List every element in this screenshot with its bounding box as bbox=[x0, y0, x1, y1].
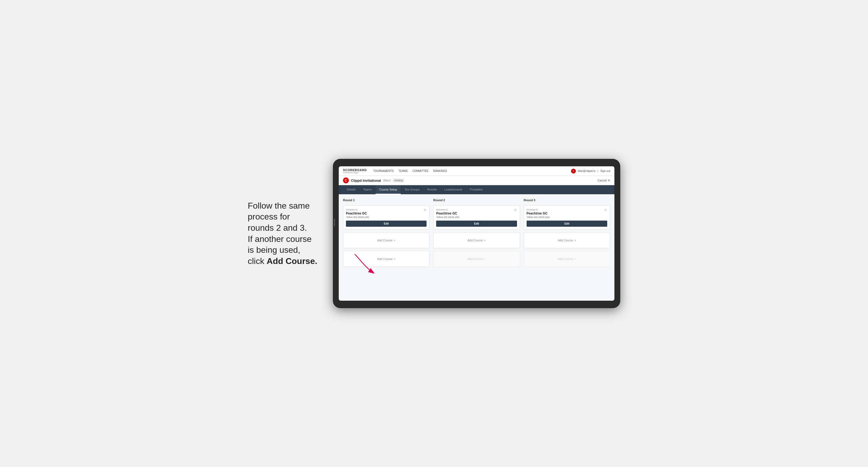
round-1-course-name: Peachtree GC bbox=[346, 212, 427, 215]
main-content: Round 1 (Course A) Peachtree GC Yellow (… bbox=[339, 194, 614, 301]
top-nav: SCOREBOARD Powered by clippd TOURNAMENTS… bbox=[339, 166, 614, 176]
round-1-add-course-1[interactable]: Add Course + bbox=[343, 232, 430, 248]
round-3-course-details: Yellow (M) (6629 yds) bbox=[527, 216, 607, 218]
round-2-add-course-label: Add Course bbox=[468, 239, 483, 242]
round-2-add-course-label-2: Add Course bbox=[468, 257, 483, 260]
add-course-plus-icon-2: + bbox=[394, 257, 395, 260]
page-wrapper: Follow the same process for rounds 2 and… bbox=[248, 159, 620, 308]
round-3-add-plus-icon: + bbox=[574, 239, 576, 242]
user-avatar: B bbox=[571, 169, 576, 174]
round-2-title: Round 2 bbox=[433, 198, 520, 202]
nav-rankings[interactable]: RANKINGS bbox=[433, 169, 447, 173]
round-2-course-card: (Course A) Peachtree GC Yellow (M) (6629… bbox=[433, 206, 520, 230]
round-3-add-course-label: Add Course bbox=[558, 239, 573, 242]
sub-header: C Clippd Invitational (Men) Hosting Canc… bbox=[339, 176, 614, 185]
round-2-add-plus-icon-2: + bbox=[484, 257, 486, 260]
round-3-add-course-1[interactable]: Add Course + bbox=[524, 232, 610, 248]
tab-tee-groups[interactable]: Tee Groups bbox=[401, 185, 423, 194]
tab-details[interactable]: Details bbox=[343, 185, 360, 194]
tablet-frame: SCOREBOARD Powered by clippd TOURNAMENTS… bbox=[333, 159, 620, 308]
round-1-delete-icon[interactable]: ⊙ bbox=[423, 208, 427, 212]
clippd-logo: C bbox=[343, 178, 349, 183]
nav-tournaments[interactable]: TOURNAMENTS bbox=[373, 169, 394, 173]
instruction-text: Follow the same process for rounds 2 and… bbox=[248, 200, 322, 267]
round-1-course-label: (Course A) bbox=[346, 208, 427, 211]
round-3-course-label: (Course A) bbox=[527, 208, 607, 211]
round-1-title: Round 1 bbox=[343, 198, 430, 202]
add-course-label-2: Add Course bbox=[377, 257, 393, 260]
round-2-add-plus-icon: + bbox=[484, 239, 486, 242]
cancel-button[interactable]: Cancel ✕ bbox=[598, 179, 610, 182]
round-3-title: Round 3 bbox=[524, 198, 610, 202]
rounds-grid: Round 1 (Course A) Peachtree GC Yellow (… bbox=[343, 198, 610, 267]
tab-teams[interactable]: Teams bbox=[360, 185, 375, 194]
sub-header-left: C Clippd Invitational (Men) Hosting bbox=[343, 178, 404, 183]
round-1-edit-button[interactable]: Edit bbox=[346, 221, 427, 227]
round-2-course-label: (Course A) bbox=[436, 208, 517, 211]
logo-sub: Powered by clippd bbox=[343, 172, 367, 174]
nav-separator: | bbox=[598, 169, 598, 173]
gender-tag: (Men) bbox=[383, 179, 391, 182]
top-nav-links: TOURNAMENTS TEAMS COMMITTEE RANKINGS bbox=[373, 169, 571, 173]
sign-out-link[interactable]: Sign out bbox=[600, 169, 610, 173]
round-1-column: Round 1 (Course A) Peachtree GC Yellow (… bbox=[343, 198, 430, 267]
round-3-add-course-label-2: Add Course bbox=[558, 257, 573, 260]
add-course-label: Add Course bbox=[377, 239, 393, 242]
round-2-column: Round 2 (Course A) Peachtree GC Yellow (… bbox=[433, 198, 520, 267]
round-2-course-details: Yellow (M) (6629 yds) bbox=[436, 216, 517, 218]
round-2-add-course-2: Add Course + bbox=[433, 251, 520, 267]
add-course-plus-icon: + bbox=[394, 239, 395, 242]
round-3-course-name: Peachtree GC bbox=[527, 212, 607, 215]
tab-bar: Details Teams Course Setup Tee Groups Re… bbox=[339, 185, 614, 194]
nav-teams[interactable]: TEAMS bbox=[399, 169, 408, 173]
round-3-course-card: (Course A) Peachtree GC Yellow (M) (6629… bbox=[524, 206, 610, 230]
round-2-edit-button[interactable]: Edit bbox=[436, 221, 517, 227]
nav-committee[interactable]: COMMITTEE bbox=[412, 169, 428, 173]
round-3-delete-icon[interactable]: ⊙ bbox=[603, 208, 608, 212]
tournament-name: Clippd Invitational bbox=[351, 179, 381, 183]
round-3-column: Round 3 (Course A) Peachtree GC Yellow (… bbox=[524, 198, 610, 267]
logo-text: SCOREBOARD bbox=[343, 168, 367, 172]
tab-course-setup[interactable]: Course Setup bbox=[375, 185, 401, 194]
tablet-screen: SCOREBOARD Powered by clippd TOURNAMENTS… bbox=[339, 166, 614, 301]
round-3-add-course-2: Add Course + bbox=[524, 251, 610, 267]
round-2-add-course-1[interactable]: Add Course + bbox=[433, 232, 520, 248]
round-3-edit-button[interactable]: Edit bbox=[527, 221, 607, 227]
hosting-badge: Hosting bbox=[393, 179, 404, 182]
round-3-add-plus-icon-2: + bbox=[574, 257, 576, 260]
user-email: blair@clippd.io bbox=[578, 169, 595, 173]
round-2-delete-icon[interactable]: ⊙ bbox=[513, 208, 518, 212]
round-1-course-card: (Course A) Peachtree GC Yellow (M) (6629… bbox=[343, 206, 430, 230]
top-nav-right: B blair@clippd.io | Sign out bbox=[571, 169, 610, 174]
tablet-button bbox=[334, 218, 335, 226]
tab-printables[interactable]: Printables bbox=[466, 185, 487, 194]
tab-results[interactable]: Results bbox=[423, 185, 441, 194]
round-2-course-name: Peachtree GC bbox=[436, 212, 517, 215]
tab-leaderboards[interactable]: Leaderboards bbox=[441, 185, 466, 194]
round-1-add-course-2[interactable]: Add Course + bbox=[343, 251, 430, 267]
scoreboard-logo: SCOREBOARD Powered by clippd bbox=[343, 168, 367, 174]
round-1-course-details: Yellow (M) (6629 yds) bbox=[346, 216, 427, 218]
